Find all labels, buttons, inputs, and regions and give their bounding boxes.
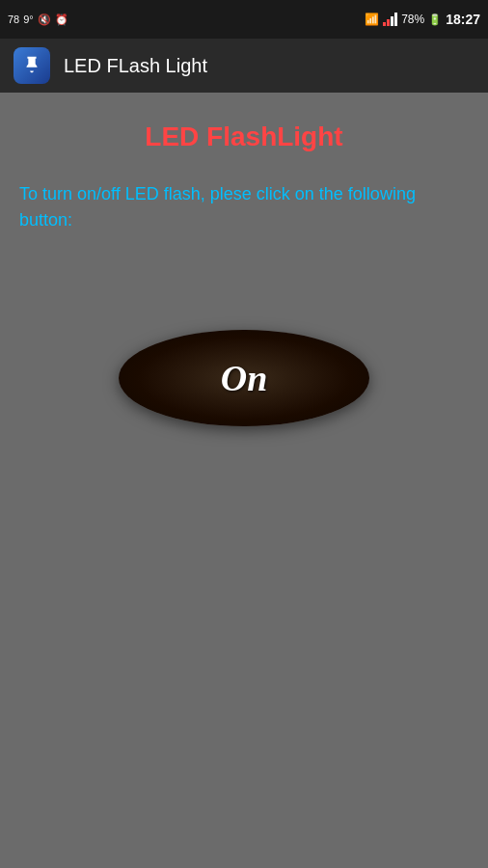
- status-bar: 78 9° 🔇 ⏰ 📶 78% 🔋 18:27: [0, 0, 488, 39]
- temperature-display: 9°: [23, 14, 34, 25]
- toggle-button-label: On: [221, 357, 268, 399]
- mute-icon: 🔇: [38, 14, 51, 26]
- instruction-text: To turn on/off LED flash, plese click on…: [19, 181, 469, 233]
- battery-percent: 78%: [401, 13, 424, 26]
- flashlight-icon: [21, 55, 42, 76]
- battery-icon: 🔋: [428, 14, 442, 26]
- clock-display: 18:27: [446, 12, 480, 27]
- status-bar-left: 78 9° 🔇 ⏰: [8, 14, 68, 26]
- main-content: LED FlashLight To turn on/off LED flash,…: [0, 93, 488, 868]
- app-title: LED FLash Light: [64, 55, 207, 77]
- app-bar: LED FLash Light: [0, 39, 488, 93]
- button-container: On: [19, 330, 469, 426]
- app-icon: [14, 47, 50, 84]
- toggle-button[interactable]: On: [119, 330, 369, 426]
- wifi-icon: 📶: [365, 13, 379, 26]
- flash-title: LED FlashLight: [19, 122, 469, 152]
- alarm-icon: ⏰: [55, 14, 68, 26]
- status-bar-right: 📶 78% 🔋 18:27: [365, 12, 480, 27]
- signal-icon: [383, 13, 397, 26]
- app-number: 78: [8, 14, 19, 25]
